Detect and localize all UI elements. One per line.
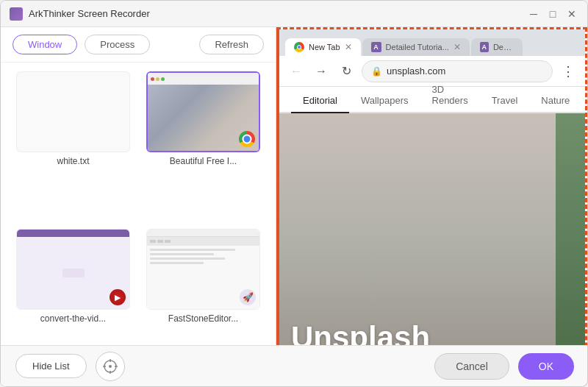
window-label: white.txt (57, 156, 89, 166)
window-label: convert-the-vid... (40, 313, 106, 324)
extensions-button[interactable]: ⋮ (559, 62, 578, 81)
tab-label: Deta... (493, 43, 514, 52)
browser-nav-tabs: Editorial Wallpapers 3D Renders Travel N… (279, 87, 585, 113)
minimize-button[interactable]: ─ (527, 7, 540, 21)
ok-button[interactable]: OK (518, 353, 574, 380)
left-panel: Window Process Refresh white.txt (1, 27, 276, 386)
cancel-button[interactable]: Cancel (434, 353, 509, 380)
nav-tab-3drenders[interactable]: 3D Renders (420, 78, 480, 113)
tab-close-icon[interactable]: ✕ (453, 42, 461, 52)
window-thumbnail[interactable]: ▶ (16, 229, 130, 310)
forward-button[interactable]: → (312, 62, 331, 81)
list-item[interactable]: white.txt (12, 71, 134, 220)
nav-tab-editorial[interactable]: Editorial (291, 89, 349, 113)
hide-list-button[interactable]: Hide List (15, 354, 87, 378)
title-bar: ArkThinker Screen Recorder ─ □ ✕ (1, 1, 587, 27)
plant-decoration (556, 113, 585, 384)
app-window: ArkThinker Screen Recorder ─ □ ✕ Window … (0, 0, 588, 387)
process-tab[interactable]: Process (85, 35, 150, 54)
browser-preview: New Tab ✕ A Detailed Tutoria... ✕ A Deta… (276, 27, 587, 386)
browser-tab-detailed[interactable]: A Detailed Tutoria... ✕ (362, 38, 470, 56)
nav-tab-wallpapers[interactable]: Wallpapers (349, 89, 420, 113)
browser-tabs-bar: New Tab ✕ A Detailed Tutoria... ✕ A Deta… (279, 29, 585, 56)
tab-label: New Tab (309, 43, 340, 52)
tab-close-icon[interactable]: ✕ (345, 42, 352, 52)
crosshair-icon (102, 358, 118, 374)
chrome-icon (239, 131, 255, 147)
lock-icon: 🔒 (371, 66, 382, 77)
window-tab[interactable]: Window (12, 35, 77, 54)
crosshair-button[interactable] (96, 352, 125, 381)
nav-tab-nature[interactable]: Nature (529, 89, 581, 113)
browser-tab-deta[interactable]: A Deta... (471, 38, 523, 56)
window-thumbnail[interactable]: 🚀 (146, 229, 260, 310)
main-content: Window Process Refresh white.txt (1, 27, 587, 386)
nav-tab-travel[interactable]: Travel (480, 89, 530, 113)
window-thumbnail[interactable] (16, 71, 130, 152)
app-title: ArkThinker Screen Recorder (29, 8, 150, 19)
convert-icon: ▶ (110, 289, 126, 305)
refresh-button[interactable]: Refresh (199, 35, 264, 54)
right-panel: New Tab ✕ A Detailed Tutoria... ✕ A Deta… (276, 27, 587, 386)
title-bar-left: ArkThinker Screen Recorder (10, 7, 150, 21)
chrome-tab-icon (294, 42, 304, 52)
window-thumbnail[interactable] (146, 71, 260, 152)
app-icon (10, 7, 23, 21)
browser-tab-newtab[interactable]: New Tab ✕ (285, 38, 361, 56)
tab-bar: Window Process Refresh (1, 27, 276, 63)
arkthinker-tab-icon2: A (480, 42, 489, 52)
window-label: FastStoneEditor... (168, 313, 238, 324)
arkthinker-tab-icon: A (371, 42, 381, 52)
list-item[interactable]: Beautiful Free I... (143, 71, 264, 220)
svg-point-5 (109, 365, 112, 368)
title-bar-controls: ─ □ ✕ (527, 7, 578, 21)
faststone-icon: 🚀 (240, 289, 256, 305)
bottom-bar: Hide List Cancel OK (1, 345, 588, 386)
window-grid: white.txt (1, 63, 276, 386)
window-label: Beautiful Free I... (170, 156, 237, 166)
url-text: unsplash.com (387, 65, 445, 77)
close-button[interactable]: ✕ (565, 7, 578, 21)
back-button[interactable]: ← (287, 62, 306, 81)
reload-button[interactable]: ↻ (337, 62, 356, 81)
tab-label: Detailed Tutoria... (386, 43, 449, 52)
bottom-right: Cancel OK (434, 353, 574, 380)
browser-content-area: Unsplash The internet's source for visu.… (279, 113, 585, 384)
bottom-left: Hide List (15, 352, 125, 381)
maximize-button[interactable]: □ (546, 7, 559, 21)
